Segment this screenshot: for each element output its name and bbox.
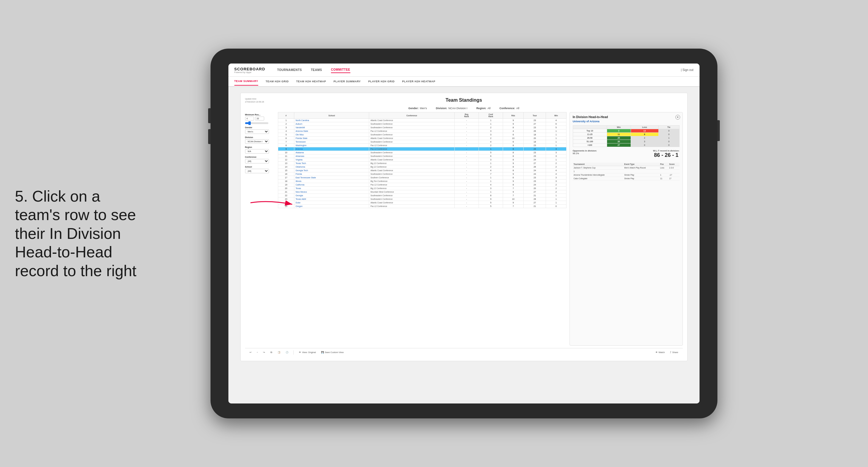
- cell-school[interactable]: Arizona: [294, 147, 369, 151]
- table-row[interactable]: 17 East Tennessee State Southern Confere…: [278, 176, 566, 180]
- cell-school[interactable]: Oklahoma: [294, 165, 369, 169]
- sub-nav-team-summary[interactable]: TEAM SUMMARY: [235, 77, 258, 86]
- table-row[interactable]: 24 Duke Atlantic Coast Conference - 5 9 …: [278, 201, 566, 205]
- rounds-slider[interactable]: [245, 122, 268, 124]
- nav-tournaments[interactable]: TOURNAMENTS: [277, 67, 302, 73]
- cell-win: 3: [546, 154, 566, 158]
- cell-num: 12: [278, 158, 294, 162]
- sub-nav-team-h2h-grid[interactable]: TEAM H2H GRID: [266, 77, 289, 85]
- table-row[interactable]: 9 Arizona Pac-12 Conference - 1 8 23 3: [278, 147, 566, 151]
- sub-nav-team-h2h-heatmap[interactable]: TEAM H2H HEATMAP: [296, 77, 326, 85]
- cell-reg-rank: -: [455, 173, 478, 176]
- cell-conf-rank: 8: [478, 194, 503, 197]
- table-row[interactable]: 4 Arizona State Pac-12 Conference - 3 4 …: [278, 129, 566, 133]
- cell-tour: 23: [524, 176, 546, 180]
- sidebar-filters: Minimum Rou...: [245, 112, 275, 346]
- sign-out[interactable]: | Sign out: [681, 68, 693, 71]
- h2h-rank-label: 26-50: [573, 136, 607, 140]
- sub-nav-player-h2h-grid[interactable]: PLAYER H2H GRID: [368, 77, 395, 85]
- table-row[interactable]: 15 Georgia Tech Atlantic Coast Conferenc…: [278, 169, 566, 173]
- tournament-row: Jackson T. Stephens Cup Men's Match Play…: [573, 166, 680, 170]
- cell-school[interactable]: Texas A&M: [294, 197, 369, 201]
- table-row[interactable]: 8 Washington Pac-12 Conference - 2 8 23 …: [278, 144, 566, 147]
- h2h-rank-label: 11-25: [573, 133, 607, 136]
- cell-school[interactable]: Alabama: [294, 151, 369, 154]
- save-custom-button[interactable]: 💾 Save Custom View: [320, 350, 345, 354]
- cell-school[interactable]: Florida: [294, 173, 369, 176]
- table-row[interactable]: 3 Vanderbilt Southeastern Conference - 2…: [278, 126, 566, 129]
- table-row[interactable]: 14 Oklahoma Big 12 Conference - 2 8 26 2: [278, 165, 566, 169]
- table-row[interactable]: 13 Texas Tech Big 12 Conference - 1 9 27…: [278, 162, 566, 165]
- cell-school[interactable]: Arizona State: [294, 129, 369, 133]
- paste-button[interactable]: 📋: [276, 350, 282, 354]
- cell-school[interactable]: Florida State: [294, 136, 369, 140]
- table-row[interactable]: 7 Tennessee Southeastern Conference - 4 …: [278, 140, 566, 144]
- max-rounds-input[interactable]: [255, 117, 264, 121]
- cell-school[interactable]: Virginia: [294, 158, 369, 162]
- cell-school[interactable]: Georgia Tech: [294, 169, 369, 173]
- school-select[interactable]: (All): [245, 169, 269, 173]
- cell-school[interactable]: North Carolina: [294, 119, 369, 122]
- cell-school[interactable]: Texas Tech: [294, 162, 369, 165]
- view-original-button[interactable]: 👁 View: Original: [297, 350, 317, 354]
- cell-school[interactable]: East Tennessee State: [294, 176, 369, 180]
- sub-nav-player-h2h-heatmap[interactable]: PLAYER H2H HEATMAP: [402, 77, 436, 85]
- table-row[interactable]: 19 California Pac-12 Conference - 4 8 24…: [278, 183, 566, 187]
- sub-nav-player-summary[interactable]: PLAYER SUMMARY: [334, 77, 361, 85]
- cell-school[interactable]: Tennessee: [294, 140, 369, 144]
- nav-teams[interactable]: TEAMS: [311, 67, 322, 73]
- table-row[interactable]: 25 Oregon Pac-12 Conference - 5 7 21 0: [278, 205, 566, 208]
- h2h-close-button[interactable]: ✕: [675, 115, 680, 120]
- conference-select[interactable]: (All): [245, 159, 269, 163]
- cell-school[interactable]: Vanderbilt: [294, 126, 369, 129]
- watch-button[interactable]: 👁 Watch: [654, 350, 666, 354]
- table-row[interactable]: 22 Georgia Southeastern Conference - 8 7…: [278, 194, 566, 197]
- cell-conference: Atlantic Coast Conference: [369, 158, 455, 162]
- cell-school[interactable]: Duke: [294, 201, 369, 205]
- step-back-button[interactable]: ‹: [255, 350, 259, 354]
- table-row[interactable]: 18 Illinois Big Ten Conference - 1 9 23 …: [278, 180, 566, 183]
- gender-select[interactable]: Men's: [245, 129, 269, 134]
- cell-school[interactable]: Texas: [294, 187, 369, 190]
- table-row[interactable]: 23 Texas A&M Southeastern Conference - 9…: [278, 197, 566, 201]
- h2h-row: 26-50 25 2 1: [573, 136, 679, 140]
- cell-rds: 9: [503, 122, 524, 126]
- table-row[interactable]: 12 Virginia Atlantic Coast Conference - …: [278, 158, 566, 162]
- cell-school[interactable]: Georgia: [294, 194, 369, 197]
- copy-button[interactable]: ⧉: [269, 350, 274, 354]
- cell-school[interactable]: Oregon: [294, 205, 369, 208]
- cell-school[interactable]: Illinois: [294, 180, 369, 183]
- table-row[interactable]: 20 Texas Big 12 Conference - 3 7 20 2: [278, 187, 566, 190]
- region-select[interactable]: N/A: [245, 149, 269, 154]
- undo-button[interactable]: ↩: [248, 350, 253, 354]
- cell-conf-rank: 2: [478, 136, 503, 140]
- table-row[interactable]: 16 Florida Southeastern Conference - 7 9…: [278, 173, 566, 176]
- cell-conference: Mountain West Conference: [369, 190, 455, 194]
- tournament-event-type: [623, 170, 659, 173]
- cell-school[interactable]: Arkansas: [294, 154, 369, 158]
- table-row[interactable]: 11 Arkansas Southeastern Conference - 6 …: [278, 154, 566, 158]
- t-col-pos: Pos: [659, 162, 668, 166]
- cell-tour: 27: [524, 201, 546, 205]
- cell-school[interactable]: New Mexico: [294, 190, 369, 194]
- table-row[interactable]: 1 North Carolina Atlantic Coast Conferen…: [278, 119, 566, 122]
- table-row[interactable]: 5 Ole Miss Southeastern Conference - 3 6…: [278, 133, 566, 136]
- table-row[interactable]: 2 Auburn Southeastern Conference - 1 9 2…: [278, 122, 566, 126]
- redo-button[interactable]: ↪: [261, 350, 267, 354]
- cell-school[interactable]: Auburn: [294, 122, 369, 126]
- min-rounds-input[interactable]: [245, 117, 254, 121]
- cell-school[interactable]: Ole Miss: [294, 133, 369, 136]
- division-select[interactable]: NCAA Division I: [245, 139, 269, 144]
- share-button[interactable]: ⤴ Share: [669, 350, 680, 354]
- nav-committee[interactable]: COMMITTEE: [331, 67, 350, 73]
- cell-rds: 7: [503, 194, 524, 197]
- table-row[interactable]: 6 Florida State Atlantic Coast Conferenc…: [278, 136, 566, 140]
- tournament-row: 1: [573, 170, 680, 173]
- cell-win: 1: [546, 140, 566, 144]
- h2h-row: 51-100 20 3 0: [573, 140, 679, 144]
- table-row[interactable]: 10 Alabama Southeastern Conference - 5 8…: [278, 151, 566, 154]
- table-row[interactable]: 21 New Mexico Mountain West Conference -…: [278, 190, 566, 194]
- cell-school[interactable]: California: [294, 183, 369, 187]
- time-button[interactable]: 🕐: [284, 350, 290, 354]
- cell-school[interactable]: Washington: [294, 144, 369, 147]
